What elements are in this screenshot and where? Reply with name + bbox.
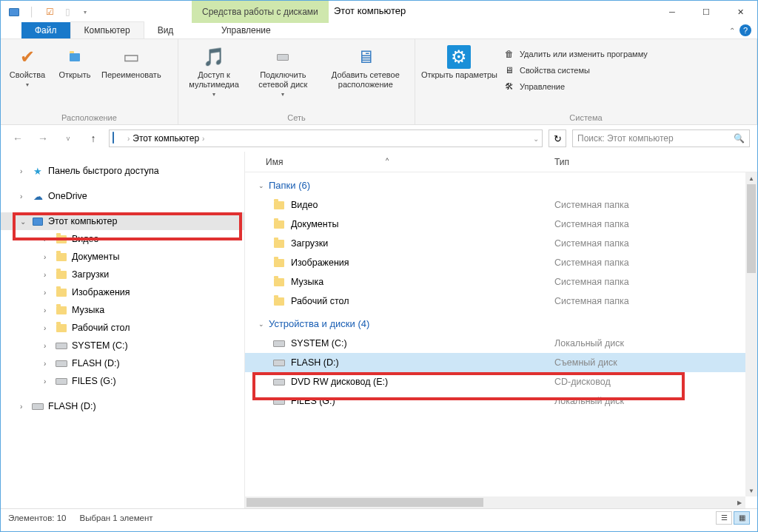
list-item[interactable]: FILES (G:)Локальный диск: [245, 391, 757, 411]
media-access-button[interactable]: 🎵 Доступ к мультимедиа ▾: [184, 44, 244, 98]
file-list[interactable]: Имя ^ Тип ⌄ Папки (6) ВидеоСистемная пап…: [245, 152, 757, 508]
chevron-right-icon[interactable]: ›: [44, 289, 51, 297]
tree-documents[interactable]: › Документы: [1, 248, 244, 266]
tree-flash-d-external[interactable]: › FLASH (D:): [1, 397, 244, 415]
drive-icon: [56, 340, 67, 351]
chevron-right-icon[interactable]: ›: [44, 360, 51, 368]
list-item[interactable]: FLASH (D:)Съемный диск: [245, 353, 757, 372]
address-bar[interactable]: › Этот компьютер › ⌄: [109, 129, 543, 147]
open-settings-button[interactable]: ⚙ Открыть параметры: [421, 44, 497, 80]
tree-videos[interactable]: › Видео: [1, 230, 244, 248]
tree-pictures[interactable]: › Изображения: [1, 283, 244, 301]
tiles-view-button[interactable]: ▦: [734, 511, 750, 525]
search-icon[interactable]: 🔍: [734, 133, 745, 144]
tree-quick-access[interactable]: › ★ Панель быстрого доступа: [1, 162, 244, 180]
close-button[interactable]: ✕: [723, 1, 757, 23]
section-drives[interactable]: ⌄ Устройства и диски (4): [245, 311, 757, 334]
tree-music[interactable]: › Музыка: [1, 301, 244, 319]
qat-properties-icon[interactable]: ☑: [42, 4, 57, 19]
tree-system-c[interactable]: › SYSTEM (C:): [1, 337, 244, 354]
scroll-thumb[interactable]: [246, 498, 483, 507]
scroll-down-icon[interactable]: ▼: [745, 485, 757, 496]
back-button[interactable]: ←: [8, 129, 27, 147]
properties-button[interactable]: ✔ Свойства ▾: [7, 44, 48, 88]
chevron-right-icon[interactable]: ›: [202, 135, 204, 143]
help-icon[interactable]: ?: [739, 24, 751, 36]
tab-file[interactable]: Файл: [21, 22, 70, 38]
details-view-button[interactable]: ☰: [716, 511, 732, 525]
tab-computer[interactable]: Компьютер: [70, 21, 144, 38]
window-title: Этот компьютер: [334, 5, 406, 16]
chevron-right-icon[interactable]: ›: [20, 403, 27, 411]
forward-button[interactable]: →: [33, 129, 53, 147]
rename-button[interactable]: ▭ Переименовать: [101, 44, 161, 80]
recent-dropdown-icon[interactable]: v: [58, 129, 78, 147]
breadcrumb[interactable]: Этот компьютер: [133, 133, 199, 144]
system-properties-button[interactable]: 🖥 Свойства системы: [503, 63, 648, 78]
gear-icon: ⚙: [447, 45, 471, 69]
manage-button[interactable]: 🛠 Управление: [503, 79, 648, 94]
chevron-right-icon[interactable]: ›: [44, 306, 51, 314]
search-input[interactable]: Поиск: Этот компьютер 🔍: [572, 129, 750, 147]
chevron-right-icon[interactable]: ›: [44, 324, 51, 332]
minimize-button[interactable]: ─: [655, 1, 689, 23]
list-item[interactable]: ВидеоСистемная папка: [245, 195, 757, 215]
qat-dropdown-icon[interactable]: ▾: [78, 4, 93, 19]
add-network-location-button[interactable]: 🖥 Добавить сетевое расположение: [323, 44, 409, 90]
folder-icon: [273, 295, 285, 307]
list-item[interactable]: ИзображенияСистемная папка: [245, 253, 757, 272]
drive-icon: [56, 357, 67, 369]
chevron-down-icon[interactable]: ⌄: [20, 218, 27, 226]
qat-new-folder-icon[interactable]: ▯: [60, 4, 75, 19]
maximize-button[interactable]: ☐: [689, 1, 723, 23]
uninstall-program-button[interactable]: 🗑 Удалить или изменить программу: [503, 47, 648, 61]
tree-downloads[interactable]: › Загрузки: [1, 266, 244, 283]
vertical-scrollbar[interactable]: ▲ ▼: [745, 172, 757, 496]
tab-manage[interactable]: Управление: [192, 22, 301, 38]
chevron-right-icon[interactable]: ›: [44, 377, 51, 385]
chevron-right-icon[interactable]: ›: [44, 253, 51, 261]
group-location-label: Расположение: [1, 111, 178, 124]
chevron-right-icon[interactable]: ›: [44, 235, 51, 243]
map-drive-button[interactable]: Подключить сетевой диск ▾: [249, 44, 317, 98]
open-button[interactable]: Открыть: [54, 44, 95, 80]
chevron-right-icon[interactable]: ›: [127, 135, 130, 143]
drive-icon: [273, 395, 285, 407]
list-item[interactable]: ДокументыСистемная папка: [245, 215, 757, 234]
chevron-right-icon[interactable]: ›: [20, 167, 27, 175]
chevron-down-icon[interactable]: ⌄: [258, 320, 264, 328]
tree-files-g[interactable]: › FILES (G:): [1, 372, 244, 390]
horizontal-scrollbar[interactable]: ◀ ▶: [245, 496, 745, 508]
chevron-right-icon[interactable]: ›: [20, 192, 27, 201]
list-item[interactable]: SYSTEM (C:)Локальный диск: [245, 334, 757, 353]
chevron-right-icon[interactable]: ›: [44, 342, 51, 350]
navigation-bar: ← → v ↑ › Этот компьютер › ⌄ ↻ Поиск: Эт…: [1, 125, 757, 152]
tree-onedrive[interactable]: › ☁ OneDrive: [1, 187, 244, 205]
scroll-right-icon[interactable]: ▶: [734, 496, 745, 508]
list-item[interactable]: МузыкаСистемная папка: [245, 272, 757, 292]
navigation-tree[interactable]: › ★ Панель быстрого доступа › ☁ OneDrive…: [1, 152, 245, 508]
folder-icon: [56, 269, 67, 280]
manage-icon: 🛠: [503, 81, 515, 92]
address-dropdown-icon[interactable]: ⌄: [533, 135, 539, 143]
list-item[interactable]: DVD RW дисковод (E:)CD-дисковод: [245, 372, 757, 391]
chevron-right-icon[interactable]: ›: [44, 271, 51, 279]
collapse-ribbon-icon[interactable]: ⌃: [729, 27, 735, 35]
chevron-down-icon[interactable]: ⌄: [258, 182, 264, 189]
section-folders[interactable]: ⌄ Папки (6): [245, 172, 757, 195]
dvd-drive-icon: [273, 376, 285, 388]
star-icon: ★: [32, 165, 44, 177]
tab-view[interactable]: Вид: [144, 22, 187, 38]
column-type[interactable]: Тип: [549, 157, 757, 167]
tree-flash-d[interactable]: › FLASH (D:): [1, 354, 244, 372]
folder-icon: [273, 218, 285, 230]
list-item[interactable]: Рабочий столСистемная папка: [245, 292, 757, 311]
up-button[interactable]: ↑: [84, 129, 103, 147]
tree-this-pc[interactable]: ⌄ Этот компьютер: [1, 212, 244, 230]
refresh-button[interactable]: ↻: [549, 129, 566, 147]
scroll-thumb[interactable]: [747, 184, 756, 273]
scroll-up-icon[interactable]: ▲: [745, 172, 757, 184]
tree-desktop[interactable]: › Рабочий стол: [1, 319, 244, 337]
list-item[interactable]: ЗагрузкиСистемная папка: [245, 234, 757, 253]
column-name[interactable]: Имя ^: [245, 157, 549, 167]
